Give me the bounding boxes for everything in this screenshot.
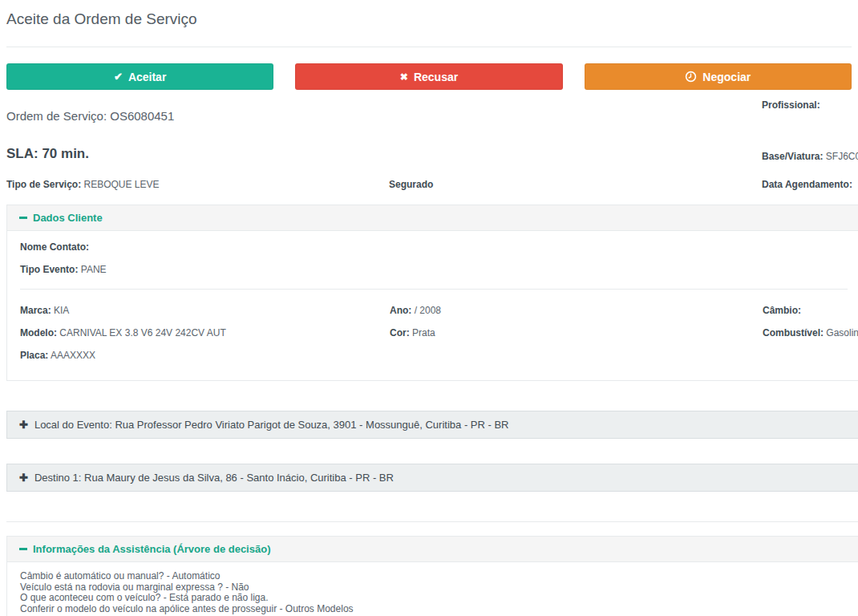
gearbox-label: Câmbio: <box>763 305 801 316</box>
destination-address: Rua Maury de Jesus da Silva, 86 - Santo … <box>84 472 394 484</box>
schedule-date-label: Data Agendamento: <box>762 179 852 190</box>
sla-value: SLA: 70 min. <box>6 146 89 162</box>
destination-text: Destino 1: Rua Maury de Jesus da Silva, … <box>34 472 394 484</box>
divider <box>6 47 852 47</box>
client-data-panel: Dados Cliente Nome Contato: Tipo Evento:… <box>6 205 858 381</box>
event-location-bar[interactable]: ✚ Local do Evento: Rua Professor Pedro V… <box>6 411 858 439</box>
base-viatura-value: SFJ6C03 <box>826 151 858 162</box>
event-location-text: Local do Evento: Rua Professor Pedro Vir… <box>34 419 509 431</box>
event-type-label: Tipo Evento: <box>20 264 78 275</box>
model-field: Modelo: CARNIVAL EX 3.8 V6 24V 242CV AUT <box>20 328 390 338</box>
event-type-field: Tipo Evento: PANE <box>20 265 848 275</box>
x-icon: ✖ <box>400 72 408 82</box>
divider <box>20 289 848 290</box>
decision-line: O que aconteceu com o veículo? - Está pa… <box>20 593 848 604</box>
order-meta: Profissional: Ordem de Serviço: OS608045… <box>6 90 852 205</box>
insured-label: Segurado <box>389 179 433 190</box>
base-viatura: Base/Viatura: SFJ6C03 <box>762 151 858 162</box>
decision-line: Veículo está na rodovia ou marginal expr… <box>20 582 848 594</box>
destination-label: Destino 1: <box>34 472 82 484</box>
color-field: Cor: Prata <box>390 328 763 338</box>
gearbox-field: Câmbio: <box>763 306 858 316</box>
destination-bar[interactable]: ✚ Destino 1: Rua Maury de Jesus da Silva… <box>6 464 858 492</box>
empty-cell <box>763 351 858 361</box>
clock-icon <box>685 71 697 83</box>
fuel-label: Combustível: <box>763 327 824 338</box>
year-field: Ano: / 2008 <box>390 306 763 316</box>
brand-value: KIA <box>54 305 69 316</box>
year-value: / 2008 <box>415 305 441 316</box>
contact-name-label: Nome Contato: <box>20 242 848 253</box>
plate-field: Placa: AAAXXXX <box>20 351 390 361</box>
decision-line: Câmbio é automático ou manual? - Automát… <box>20 571 848 582</box>
decision-tree-panel-title: Informações da Assistência (Árvore de de… <box>33 543 270 555</box>
fuel-field: Combustível: Gasolina <box>763 328 858 338</box>
color-value: Prata <box>412 327 435 338</box>
brand-field: Marca: KIA <box>20 306 390 316</box>
client-data-panel-header[interactable]: Dados Cliente <box>7 205 858 231</box>
service-type-label: Tipo de Serviço: <box>6 179 81 190</box>
refuse-button[interactable]: ✖ Recusar <box>295 63 562 90</box>
empty-cell <box>390 351 763 361</box>
base-viatura-label: Base/Viatura: <box>762 151 823 162</box>
model-label: Modelo: <box>20 327 57 338</box>
service-type: Tipo de Serviço: REBOQUE LEVE <box>6 179 160 190</box>
client-data-panel-body: Nome Contato: Tipo Evento: PANE Marca: K… <box>7 231 858 380</box>
event-type-value: PANE <box>81 264 107 275</box>
decision-tree-body: Câmbio é automático ou manual? - Automát… <box>7 562 858 616</box>
year-label: Ano: <box>390 305 411 316</box>
brand-label: Marca: <box>20 305 51 316</box>
plus-icon: ✚ <box>19 472 28 483</box>
divider <box>6 521 858 522</box>
event-location-label: Local do Evento: <box>34 419 112 431</box>
plus-icon: ✚ <box>19 419 28 430</box>
vehicle-grid: Marca: KIA Ano: / 2008 Câmbio: Modelo: C… <box>20 306 848 361</box>
decision-tree-panel-header[interactable]: Informações da Assistência (Árvore de de… <box>7 537 858 562</box>
decision-tree-panel: Informações da Assistência (Árvore de de… <box>6 536 858 616</box>
negotiate-button[interactable]: Negociar <box>585 63 852 90</box>
accept-button-label: Aceitar <box>128 71 166 83</box>
plate-value: AAAXXXX <box>51 350 95 361</box>
check-icon: ✔ <box>114 71 123 82</box>
service-type-value: REBOQUE LEVE <box>83 179 159 190</box>
model-value: CARNIVAL EX 3.8 V6 24V 242CV AUT <box>59 327 225 338</box>
negotiate-button-label: Negociar <box>702 71 751 83</box>
refuse-button-label: Recusar <box>414 71 458 83</box>
fuel-value: Gasolina <box>826 327 858 338</box>
page: Aceite da Ordem de Serviço ✔ Aceitar ✖ R… <box>0 0 858 616</box>
accept-button[interactable]: ✔ Aceitar <box>6 63 273 90</box>
page-title: Aceite da Ordem de Serviço <box>6 0 852 28</box>
plate-label: Placa: <box>20 350 48 361</box>
client-data-panel-title: Dados Cliente <box>33 212 103 224</box>
collapse-minus-icon <box>19 217 27 219</box>
professional-label: Profissional: <box>762 99 820 111</box>
action-button-row: ✔ Aceitar ✖ Recusar Negociar <box>6 63 852 90</box>
color-label: Cor: <box>390 327 410 338</box>
collapse-minus-icon <box>19 548 27 550</box>
order-number: Ordem de Serviço: OS6080451 <box>6 109 174 123</box>
event-location-address: Rua Professor Pedro Viriato Parigot de S… <box>115 419 508 431</box>
decision-line: Conferir o modelo do veículo na apólice … <box>20 604 848 615</box>
